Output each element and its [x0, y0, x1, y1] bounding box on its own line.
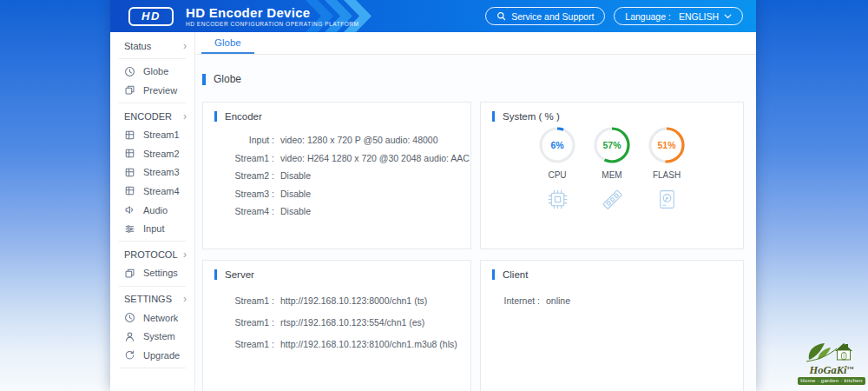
sidebar-item-settings[interactable]: Settings — [110, 264, 194, 283]
divider — [119, 103, 186, 103]
info-row: Stream1 : http://192.168.10.123:8000/chn… — [203, 289, 470, 311]
server-panel: Server Stream1 : http://192.168.10.123:8… — [202, 260, 471, 391]
info-row: Stream1 : http://192.168.10.123:8100/chn… — [203, 333, 470, 355]
sidebar-section-label: Status — [124, 41, 151, 51]
clock-icon — [124, 66, 135, 77]
service-support-button[interactable]: Service and Support — [485, 7, 605, 25]
stream-grid-icon — [124, 167, 135, 178]
row-value: Disable — [280, 206, 311, 216]
client-rows: Internet : online — [481, 280, 743, 311]
divider — [119, 58, 186, 59]
settings-windows-icon — [124, 268, 135, 279]
row-label: Stream1 : — [203, 339, 274, 349]
row-label: Input : — [203, 135, 274, 145]
sidebar-item-globe[interactable]: Globe — [110, 63, 194, 82]
divider — [119, 241, 186, 242]
sidebar-item-network[interactable]: Network — [110, 308, 194, 328]
hogaki-watermark: HoGaKiTM Home · garden · kitchen — [798, 341, 865, 385]
page-body: Globe Encoder Input : video: 1280 x 720 … — [195, 55, 756, 391]
client-panel: Client Internet : online — [480, 260, 744, 391]
hd-logo-text: HD — [141, 10, 161, 23]
sidebar-item-stream1[interactable]: Stream1 — [110, 125, 194, 144]
sidebar-section-encoder[interactable]: ENCODER › — [110, 107, 194, 126]
main-area: Status › Globe Preview ENCODER › Stream1 — [110, 32, 756, 391]
sidebar-item-system[interactable]: System — [110, 327, 194, 346]
cpu-gauge: 6% — [538, 126, 576, 164]
row-label: Stream1 : — [203, 295, 274, 306]
header-titles: HD Encoder Device HD ENCODER CONFIGURATI… — [186, 6, 359, 27]
sidebar-section-status[interactable]: Status › — [110, 36, 194, 56]
divider — [119, 368, 186, 368]
page-heading: Globe — [202, 73, 756, 85]
chevron-right-icon: › — [183, 250, 187, 259]
panel-grid: Encoder Input : video: 1280 x 720 P @50 … — [202, 102, 756, 391]
sidebar-item-stream3[interactable]: Stream3 — [110, 163, 194, 182]
hogaki-leaf-house-icon — [803, 341, 860, 363]
system-gauges: 6% 57% 51% — [481, 126, 743, 164]
stream-url: http://192.168.10.123:8100/chn1.m3u8 (hl… — [280, 339, 457, 349]
row-value: video: H264 1280 x 720 @30 2048 audio: A… — [280, 153, 471, 163]
hd-logo: HD — [128, 7, 174, 26]
chevron-down-icon — [724, 14, 732, 19]
panel-accent-bar — [492, 111, 495, 122]
preview-windows-icon — [124, 84, 135, 96]
language-label: Language : — [625, 11, 671, 22]
flash-gauge: 51% — [648, 126, 686, 164]
speaker-icon — [124, 204, 135, 215]
info-row: Stream3 : Disable — [203, 185, 470, 203]
sliders-icon — [124, 223, 135, 235]
tab-globe[interactable]: Globe — [201, 32, 254, 54]
sidebar-item-label: Network — [143, 313, 178, 323]
page-subtitle: HD ENCODER CONFIGURATION OPERATING PLATF… — [186, 21, 359, 27]
sidebar-item-preview[interactable]: Preview — [110, 81, 194, 100]
sidebar-item-audio[interactable]: Audio — [110, 201, 194, 220]
ram-icon — [593, 187, 631, 212]
server-rows: Stream1 : http://192.168.10.123:8000/chn… — [203, 280, 470, 355]
chevron-right-icon: › — [183, 112, 187, 121]
panel-title-text: System ( % ) — [503, 111, 560, 122]
sidebar-item-input[interactable]: Input — [110, 219, 194, 238]
gauge-labels: CPU MEM FLASH — [481, 170, 743, 180]
sidebar-section-label: PROTOCOL — [124, 249, 178, 260]
sidebar-section-label: ENCODER — [124, 111, 172, 122]
tab-bar: Globe — [195, 32, 756, 55]
info-row: Input : video: 1280 x 720 P @50 audio: 4… — [203, 131, 470, 149]
info-row: Stream4 : Disable — [203, 202, 470, 221]
system-panel: System ( % ) 6% 57% — [480, 102, 744, 249]
sidebar-item-label: Stream2 — [143, 149, 180, 159]
service-support-label: Service and Support — [511, 11, 594, 22]
network-clock-icon — [124, 312, 135, 323]
content-area: Globe Globe Encoder — [195, 32, 756, 391]
info-row: Internet : online — [481, 289, 743, 311]
chevron-right-icon: › — [183, 295, 187, 303]
language-dropdown[interactable]: Language : ENGLISH — [614, 7, 743, 25]
encoder-rows: Input : video: 1280 x 720 P @50 audio: 4… — [203, 122, 470, 221]
sidebar-item-label: Stream1 — [143, 129, 180, 140]
sidebar-item-upgrade[interactable]: Upgrade — [110, 346, 194, 365]
stream-grid-icon — [124, 129, 135, 141]
mem-gauge-value: 57% — [593, 126, 631, 164]
server-panel-title: Server — [203, 261, 470, 280]
sidebar-item-label: Audio — [143, 205, 168, 215]
client-panel-title: Client — [481, 261, 743, 280]
hogaki-tagline: Home · garden · kitchen — [798, 377, 865, 385]
panel-title-text: Server — [225, 269, 254, 280]
sidebar-item-stream2[interactable]: Stream2 — [110, 144, 194, 163]
panel-accent-bar — [214, 111, 217, 122]
sidebar-item-stream4[interactable]: Stream4 — [110, 182, 194, 201]
row-label: Stream3 : — [203, 189, 274, 199]
flash-label: FLASH — [648, 170, 686, 180]
row-label: Stream4 : — [203, 206, 274, 216]
info-row: Stream2 : Disable — [203, 167, 470, 185]
encoder-panel: Encoder Input : video: 1280 x 720 P @50 … — [202, 102, 471, 249]
panel-title-text: Encoder — [225, 111, 262, 122]
sidebar-section-protocol[interactable]: PROTOCOL › — [110, 245, 194, 264]
cpu-label: CPU — [538, 170, 576, 180]
sidebar-section-settings[interactable]: SETTINGS › — [110, 289, 194, 308]
hardware-icons — [481, 187, 743, 212]
stream-url: http://192.168.10.123:8000/chn1 (ts) — [280, 295, 427, 306]
sidebar-item-label: Globe — [143, 66, 168, 76]
row-value: Disable — [280, 189, 311, 199]
system-panel-title: System ( % ) — [481, 103, 743, 122]
hdd-icon — [648, 187, 686, 212]
